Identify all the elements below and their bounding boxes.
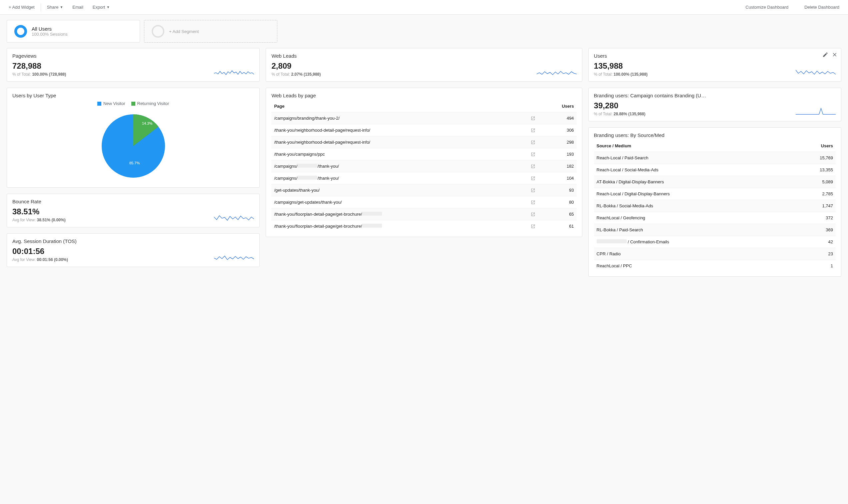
table-row[interactable]: /thank-you/neighborhood-detail-page/requ… (271, 124, 576, 136)
users-cell: 298 (538, 136, 576, 148)
users-cell: 13,355 (789, 164, 836, 176)
subtext-prefix: Avg for View: (12, 218, 37, 222)
external-link-icon[interactable] (531, 176, 535, 181)
widget-title: Users by User Type (12, 93, 254, 98)
pencil-icon[interactable] (822, 52, 828, 58)
source-cell: AT-Bokka / Digital-Display-Banners (594, 176, 790, 188)
users-cell: 15,769 (789, 152, 836, 164)
external-link-icon[interactable] (531, 140, 535, 145)
widget-pageviews[interactable]: Pageviews 728,988 % of Total: 100.00% (7… (7, 48, 260, 82)
segment-circle-icon (14, 25, 27, 38)
widget-users-by-type[interactable]: Users by User Type New Visitor Returning… (7, 88, 260, 188)
external-link-icon[interactable] (531, 200, 535, 205)
table-row[interactable]: /campaigns/branding/thank-you-2/494 (271, 112, 576, 124)
table-row[interactable]: Reach-Local / Digital-Display-Banners2,7… (594, 188, 836, 200)
subtext-prefix: % of Total: (271, 72, 291, 77)
users-cell: 61 (538, 220, 576, 232)
subtext-prefix: % of Total: (594, 72, 614, 77)
table-row[interactable]: /campaigns//thank-you/182 (271, 160, 576, 172)
sparkline-icon (796, 106, 836, 116)
dashboard-toolbar: + Add Widget Share ▼ Email Export ▼ Cust… (0, 0, 848, 15)
table-row[interactable]: RL-Bokka / Social-Media-Ads1,747 (594, 200, 836, 212)
page-path: /thank-you/neighborhood-detail-page/requ… (274, 128, 370, 133)
col-page[interactable]: Page (271, 100, 538, 112)
table-row[interactable]: RL-Bokka / Paid-Search369 (594, 224, 836, 236)
table-row[interactable]: /campaigns//thank-you/104 (271, 172, 576, 184)
divider (41, 3, 41, 11)
users-cell: 65 (538, 208, 576, 220)
add-segment-button[interactable]: + Add Segment (144, 20, 277, 43)
export-button[interactable]: Export ▼ (88, 3, 114, 12)
subtext-prefix: Avg for View: (12, 257, 37, 262)
delete-dashboard-button[interactable]: Delete Dashboard (800, 3, 844, 12)
subtext-bold: 28.88% (135,988) (614, 112, 645, 116)
widget-users[interactable]: Users 135,988 % of Total: 100.00% (135,9… (588, 48, 841, 82)
segment-title: All Users (32, 26, 68, 32)
segment-all-users[interactable]: All Users 100.00% Sessions (7, 20, 140, 43)
table-row[interactable]: /thank-you/campaigns/ppc193 (271, 148, 576, 160)
table-row[interactable]: Reach-Local / Paid-Search15,769 (594, 152, 836, 164)
source-cell: / Confirmation-Emails (594, 236, 790, 248)
metric-subtext: % of Total: 28.88% (135,988) (594, 112, 646, 116)
close-icon[interactable] (832, 52, 838, 58)
table-row[interactable]: / Confirmation-Emails42 (594, 236, 836, 248)
swatch-icon (97, 102, 101, 106)
metric-subtext: Avg for View: 00:01:56 (0.00%) (12, 257, 68, 262)
external-link-icon[interactable] (531, 188, 535, 193)
table-row[interactable]: CPR / Radio23 (594, 248, 836, 260)
table-row[interactable]: AT-Bokka / Digital-Display-Banners5,089 (594, 176, 836, 188)
col-users[interactable]: Users (538, 100, 576, 112)
col-source[interactable]: Source / Medium (594, 140, 790, 152)
table-row[interactable]: /campaigns/get-updates/thank-you/80 (271, 196, 576, 208)
email-button[interactable]: Email (68, 3, 88, 12)
widget-bounce-rate[interactable]: Bounce Rate 38.51% Avg for View: 38.51% … (7, 194, 260, 227)
widget-title: Pageviews (12, 53, 254, 59)
table-row[interactable]: ReachLocal / PPC1 (594, 260, 836, 272)
widget-branding-users[interactable]: Branding users: Campaign contains Brandi… (588, 88, 841, 121)
table-row[interactable]: /get-updates/thank-you/93 (271, 184, 576, 196)
subtext-bold: 100.00% (135,988) (614, 72, 648, 77)
sparkline-icon (214, 252, 254, 262)
sparkline-icon (537, 67, 577, 77)
legend-new: New Visitor (103, 101, 125, 106)
users-cell: 23 (789, 248, 836, 260)
external-link-icon[interactable] (531, 116, 535, 121)
table-row[interactable]: Reach-Local / Social-Media-Ads13,355 (594, 164, 836, 176)
table-row[interactable]: /thank-you/neighborhood-detail-page/requ… (271, 136, 576, 148)
customize-dashboard-button[interactable]: Customize Dashboard (741, 3, 793, 12)
external-link-icon[interactable] (531, 152, 535, 157)
pie-chart: 14.3% 85.7% (97, 109, 170, 183)
page-path: /thank-you/campaigns/ppc (274, 152, 325, 157)
source-cell: ReachLocal / PPC (594, 260, 790, 272)
table-row[interactable]: ReachLocal / Geofencing372 (594, 212, 836, 224)
widget-web-leads-by-page[interactable]: Web Leads by page Page Users /campaigns/… (266, 88, 582, 237)
subtext-bold: 38.51% (0.00%) (37, 218, 66, 222)
source-cell: RL-Bokka / Paid-Search (594, 224, 790, 236)
col-users[interactable]: Users (789, 140, 836, 152)
table-row[interactable]: /thank-you/floorplan-detail-page/get-bro… (271, 220, 576, 232)
external-link-icon[interactable] (531, 212, 535, 217)
metric-subtext: Avg for View: 38.51% (0.00%) (12, 218, 66, 222)
subtext-bold: 100.00% (728,988) (32, 72, 66, 77)
subtext-prefix: % of Total: (594, 112, 614, 116)
segment-subtitle: 100.00% Sessions (32, 32, 68, 37)
widget-avg-session-duration[interactable]: Avg. Session Duration (TOS) 00:01:56 Avg… (7, 233, 260, 267)
widget-title: Users (594, 53, 836, 59)
external-link-icon[interactable] (531, 164, 535, 169)
table-row[interactable]: /thank-you/floorplan-detail-page/get-bro… (271, 208, 576, 220)
subtext-bold: 00:01:56 (0.00%) (37, 257, 68, 262)
swatch-icon (131, 102, 135, 106)
widget-web-leads[interactable]: Web Leads 2,809 % of Total: 2.07% (135,9… (266, 48, 582, 82)
add-widget-button[interactable]: + Add Widget (4, 3, 39, 12)
users-cell: 1,747 (789, 200, 836, 212)
users-cell: 369 (789, 224, 836, 236)
metric-value: 39,280 (594, 101, 646, 110)
external-link-icon[interactable] (531, 128, 535, 133)
users-cell: 372 (789, 212, 836, 224)
users-cell: 182 (538, 160, 576, 172)
share-button[interactable]: Share ▼ (42, 3, 68, 12)
external-link-icon[interactable] (531, 224, 535, 229)
widget-branding-by-source[interactable]: Branding users: By Source/Med Source / M… (588, 127, 841, 277)
legend-return: Returning Visitor (137, 101, 169, 106)
metric-value: 728,988 (12, 61, 66, 71)
